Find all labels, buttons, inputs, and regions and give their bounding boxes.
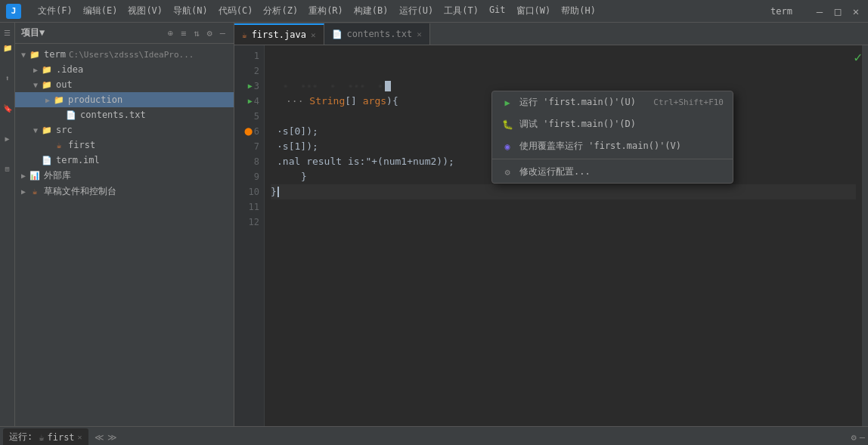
debug-icon: ⬤ xyxy=(244,124,253,139)
panel-settings-btn[interactable]: ⚙ xyxy=(205,27,215,39)
tree-item-out[interactable]: ▼ 📁 out xyxy=(15,77,234,92)
tree-item-src[interactable]: ▼ 📁 src xyxy=(15,122,234,138)
ctx-coverage-icon: ◉ xyxy=(501,141,513,153)
menu-edit[interactable]: 编辑(E) xyxy=(79,2,122,20)
menu-help[interactable]: 帮助(H) xyxy=(556,2,600,20)
tree-item-scratches[interactable]: ▶ ☕ 草稿文件和控制台 xyxy=(15,184,234,199)
maximize-button[interactable]: □ xyxy=(832,5,844,17)
line-numbers: 1 2 ▶3 ▶4 5 ⬤6 7 8 9 10 11 12 xyxy=(234,45,265,426)
folder-icon: 📁 xyxy=(41,63,53,76)
run-arrow-icon: ▶ xyxy=(248,79,253,94)
tab-contents-txt-close[interactable]: ✕ xyxy=(417,29,422,39)
line-num-1: 1 xyxy=(234,48,259,63)
ctx-run-shortcut: Ctrl+Shift+F10 xyxy=(653,97,724,107)
ctx-modify-item[interactable]: ⚙ 修改运行配置... xyxy=(492,161,733,183)
ctx-debug-item[interactable]: 🐛 调试 'first.main()'(D) xyxy=(492,113,733,135)
tree-item-term-root[interactable]: ▼ 📁 term C:\Users\zdsss\IdeaPro... xyxy=(15,47,234,62)
run-tab-first-label: first xyxy=(47,432,74,443)
tree-item-external-libs[interactable]: ▶ 📊 外部库 xyxy=(15,168,234,184)
tree-item-term-iml[interactable]: ▶ 📄 term.iml xyxy=(15,153,234,168)
plugin-icon[interactable]: ⊞ xyxy=(1,162,14,175)
sidebar-toggle-icon[interactable]: ☰ xyxy=(1,26,14,39)
iml-file-icon: 📄 xyxy=(41,154,53,166)
line-num-5: 5 xyxy=(234,109,259,124)
folder-icon: 📁 xyxy=(41,79,53,91)
folder-icon: 📁 xyxy=(41,124,53,136)
line-num-6: ⬤6 xyxy=(234,124,259,139)
minimize-button[interactable]: — xyxy=(814,5,826,17)
code-line-2 xyxy=(271,63,856,79)
tab-first-java-close[interactable]: ✕ xyxy=(311,30,316,40)
menu-window[interactable]: 窗口(W) xyxy=(512,2,556,20)
project-panel: 项目▼ ⊕ ≡ ⇅ ⚙ — ▼ 📁 term C:\Users\zdsss\Id… xyxy=(15,23,234,426)
line-num-11: 11 xyxy=(234,199,259,215)
ctx-coverage-item[interactable]: ◉ 使用覆盖率运行 'first.main()'(V) xyxy=(492,135,733,157)
menu-bar: 文件(F) 编辑(E) 视图(V) 导航(N) 代码(C) 分析(Z) 重构(R… xyxy=(33,2,600,20)
run-arrow-2-icon: ▶ xyxy=(248,94,253,109)
bottom-scroll-left[interactable]: ≪ xyxy=(95,432,104,443)
menu-view[interactable]: 视图(V) xyxy=(123,2,167,20)
run-tab-run-label: 运行: xyxy=(9,431,33,443)
file-tree: ▼ 📁 term C:\Users\zdsss\IdeaPro... ▶ 📁 .… xyxy=(15,44,234,426)
menu-refactor[interactable]: 重构(R) xyxy=(304,2,348,20)
line-num-3: ▶3 xyxy=(234,79,259,94)
tree-item-contents-txt[interactable]: ▶ 📄 contents.txt xyxy=(15,107,234,122)
ctx-run-item[interactable]: ▶ 运行 'first.main()'(U) Ctrl+Shift+F10 xyxy=(492,91,733,113)
bottom-tab-run[interactable]: 运行: ☕ first ✕ xyxy=(3,428,88,445)
bookmark-icon[interactable]: 🔖 xyxy=(1,101,14,115)
tab-contents-txt[interactable]: 📄 contents.txt ✕ xyxy=(324,23,430,45)
tree-item-first-java[interactable]: ▶ ☕ first xyxy=(15,138,234,153)
bottom-scroll-right[interactable]: ≫ xyxy=(107,432,117,443)
tab-first-java-label: first.java xyxy=(252,29,306,40)
title-bar: J 文件(F) 编辑(E) 视图(V) 导航(N) 代码(C) 分析(Z) 重构… xyxy=(0,0,868,23)
folder-icon[interactable]: 📁 xyxy=(1,41,14,54)
run-tab-close[interactable]: ✕ xyxy=(78,433,82,441)
line-num-10: 10 xyxy=(234,184,259,199)
editor-content: 1 2 ▶3 ▶4 5 ⬤6 7 8 9 10 11 12 xyxy=(234,45,868,426)
ctx-separator xyxy=(492,159,733,159)
tab-contents-txt-label: contents.txt xyxy=(347,29,413,39)
panel-title: 项目▼ xyxy=(21,26,45,39)
checkmark-icon: ✓ xyxy=(854,49,862,65)
ctx-modify-label: 修改运行配置... xyxy=(519,165,718,178)
menu-git[interactable]: Git xyxy=(485,2,510,20)
ctx-run-icon: ▶ xyxy=(501,97,513,109)
right-gutter xyxy=(862,45,868,426)
menu-analyze[interactable]: 分析(Z) xyxy=(259,2,302,20)
commit-icon[interactable]: ⬆ xyxy=(1,71,14,85)
run-sidebar-icon[interactable]: ▶ xyxy=(1,131,14,145)
close-button[interactable]: ✕ xyxy=(850,5,862,17)
tree-item-idea[interactable]: ▶ 📁 .idea xyxy=(15,62,234,77)
code-line-1 xyxy=(271,48,856,63)
line-num-4: ▶4 xyxy=(234,94,259,109)
file-icon: 📄 xyxy=(65,109,77,121)
txt-tab-icon: 📄 xyxy=(332,29,343,39)
line-num-7: 7 xyxy=(234,139,259,154)
line-num-2: 2 xyxy=(234,63,259,79)
bottom-minimize-icon[interactable]: — xyxy=(860,432,865,443)
panel-sort-btn[interactable]: ⇅ xyxy=(191,27,201,39)
bottom-settings-icon[interactable]: ⚙ xyxy=(851,432,857,443)
java-tab-icon: ☕ xyxy=(242,30,247,40)
java-icon: ☕ xyxy=(53,139,65,151)
app-icon: J xyxy=(6,4,21,19)
menu-tools[interactable]: 工具(T) xyxy=(439,2,483,20)
editor-area: ☕ first.java ✕ 📄 contents.txt ✕ ✓ 1 2 ▶3 xyxy=(234,23,868,426)
menu-navigate[interactable]: 导航(N) xyxy=(169,2,212,20)
panel-list-btn[interactable]: ≡ xyxy=(178,27,188,39)
tab-first-java[interactable]: ☕ first.java ✕ xyxy=(234,23,324,45)
folder-icon: 📁 xyxy=(29,48,41,60)
menu-build[interactable]: 构建(B) xyxy=(349,2,393,20)
code-line-11 xyxy=(271,199,856,215)
tree-item-production[interactable]: ▶ 📁 production xyxy=(15,92,234,107)
menu-run[interactable]: 运行(U) xyxy=(395,2,439,20)
menu-file[interactable]: 文件(F) xyxy=(33,2,77,20)
panel-add-btn[interactable]: ⊕ xyxy=(166,27,175,39)
panel-header: 项目▼ ⊕ ≡ ⇅ ⚙ — xyxy=(15,23,234,44)
left-toolbar: ☰ 📁 ⬆ 🔖 ▶ ⊞ xyxy=(0,23,15,426)
menu-code[interactable]: 代码(C) xyxy=(214,2,258,20)
line-num-9: 9 xyxy=(234,169,259,184)
line-num-8: 8 xyxy=(234,154,259,169)
panel-collapse-btn[interactable]: — xyxy=(218,27,228,39)
bottom-panel: 运行: ☕ first ✕ ≪ ≫ ⚙ — ▶ 运行 xyxy=(0,426,868,445)
